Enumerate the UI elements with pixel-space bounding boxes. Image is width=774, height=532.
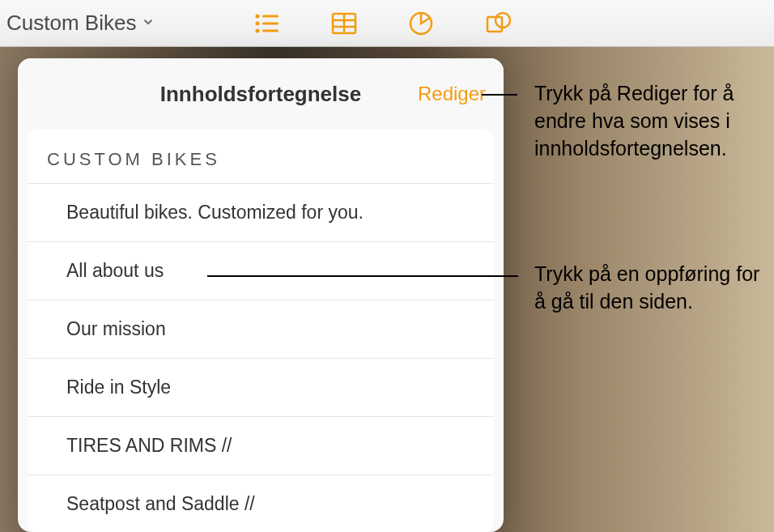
chart-button[interactable]	[382, 0, 459, 47]
toc-heading[interactable]: CUSTOM BIKES	[28, 130, 494, 184]
toc-item[interactable]: TIRES AND RIMS //	[28, 417, 494, 475]
popover-title: Innholdsfortegnelse	[160, 82, 361, 107]
toolbar: Custom Bikes	[0, 0, 774, 47]
svg-rect-5	[262, 29, 279, 32]
callout-line	[482, 94, 517, 96]
list-icon	[253, 9, 282, 38]
svg-rect-1	[262, 15, 279, 17]
svg-point-2	[255, 21, 259, 25]
shapes-icon	[483, 9, 512, 38]
toc-item[interactable]: Ride in Style	[28, 359, 494, 417]
callout-line	[207, 275, 518, 277]
popover-header: Innholdsfortegnelse Rediger	[18, 58, 504, 130]
toc-item[interactable]: Seatpost and Saddle //	[28, 475, 494, 532]
shape-button[interactable]	[459, 0, 536, 47]
doc-title-dropdown[interactable]: Custom Bikes	[6, 11, 155, 36]
pie-chart-icon	[406, 9, 436, 38]
callout-item: Trykk på en oppføring for å gå til den s…	[534, 261, 774, 316]
toc-item[interactable]: Beautiful bikes. Customized for you.	[28, 184, 494, 242]
svg-point-4	[255, 28, 259, 32]
chevron-down-icon	[141, 15, 155, 32]
toc-list: CUSTOM BIKES Beautiful bikes. Customized…	[28, 130, 494, 532]
callout-edit: Trykk på Rediger for å endre hva som vis…	[534, 80, 774, 162]
edit-button[interactable]: Rediger	[418, 83, 486, 105]
doc-title: Custom Bikes	[6, 11, 136, 36]
svg-rect-3	[262, 22, 279, 24]
table-icon	[330, 9, 359, 38]
toolbar-icons	[228, 0, 536, 47]
toc-item[interactable]: Our mission	[28, 300, 494, 359]
toc-button[interactable]	[228, 0, 305, 47]
toc-item[interactable]: All about us	[28, 242, 494, 300]
toc-popover: Innholdsfortegnelse Rediger CUSTOM BIKES…	[18, 58, 504, 532]
table-button[interactable]	[305, 0, 382, 47]
svg-point-0	[255, 14, 259, 18]
